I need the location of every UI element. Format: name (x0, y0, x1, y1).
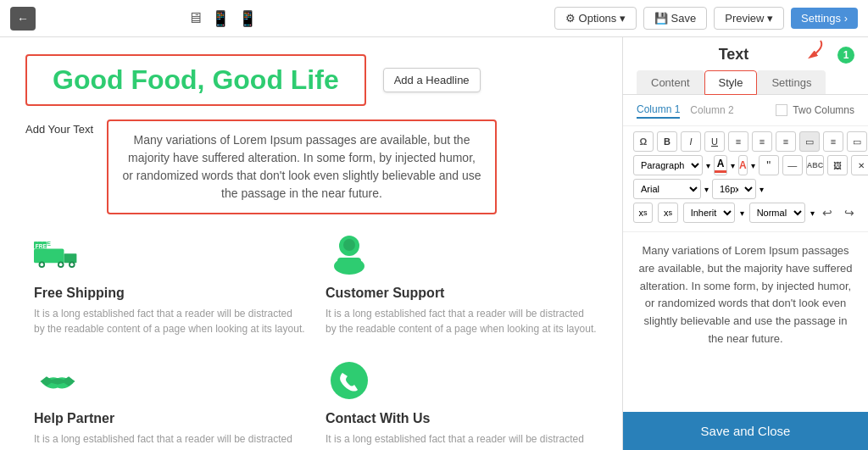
align-center-button[interactable]: ▭ (799, 131, 820, 152)
svg-point-7 (40, 263, 43, 266)
toolbar-row-2: Paragraph ▾ A ▾ A ▾ " — ABC 🖼 ✕ (633, 155, 858, 175)
svg-point-9 (59, 263, 63, 266)
editor-toolbar: Ω B I U ≡ ≡ ≡ ▭ ≡ ▭ 🔗 Paragraph ▾ A (623, 126, 868, 232)
features-grid: FREE FREE Free Shipping (25, 231, 597, 450)
canvas-area: Good Food, Good Life Add a Headline Add … (0, 37, 622, 450)
font-select[interactable]: Arial (633, 179, 701, 199)
headline-box[interactable]: Good Food, Good Life (25, 54, 366, 106)
dash-button[interactable]: — (782, 155, 803, 175)
feature-title-partner: Help Partner (34, 411, 114, 426)
feature-title-shipping: Free Shipping (34, 286, 125, 301)
add-your-text-label: Add Your Text (25, 119, 93, 136)
font-color-button[interactable]: A (714, 155, 727, 175)
column-1-tab[interactable]: Column 1 (637, 102, 680, 119)
feature-title-support: Customer Support (326, 286, 444, 301)
feature-desc-contact: It is a long established fact that a rea… (326, 431, 597, 450)
feature-customer-support: Customer Support It is a long establishe… (326, 231, 597, 336)
column-tabs: Column 1 Column 2 Two Columns (623, 95, 868, 126)
tab-style[interactable]: Style (704, 70, 758, 95)
panel-badge: 1 (837, 47, 854, 64)
align-right-button[interactable]: ≡ (823, 131, 843, 152)
tab-settings[interactable]: Settings (757, 70, 826, 94)
omega-button[interactable]: Ω (633, 131, 654, 152)
arrow-indicator (795, 39, 829, 64)
feature-desc-partner: It is a long established fact that a rea… (34, 431, 305, 450)
panel-header: Text 1 (623, 37, 868, 64)
back-button[interactable]: ← (10, 7, 36, 31)
clear-button[interactable]: ✕ (851, 155, 868, 175)
main-layout: Good Food, Good Life Add a Headline Add … (0, 37, 868, 450)
justify-button[interactable]: ▭ (847, 131, 867, 152)
phone-icon (326, 357, 373, 404)
mobile-icon[interactable]: 📱 (238, 9, 257, 28)
toolbar-row-3: Arial ▾ 16px ▾ (633, 179, 858, 199)
two-columns-label-text: Two Columns (793, 104, 854, 116)
bullet-list-button[interactable]: ≡ (728, 131, 748, 152)
truck-icon: FREE FREE (34, 231, 81, 279)
image-button[interactable]: 🖼 (827, 155, 848, 175)
text-row: Add Your Text Many variations of Lorem I… (25, 119, 597, 214)
options-button[interactable]: ⚙ Options ▾ (554, 7, 637, 30)
ordered-list-button[interactable]: ≡ (752, 131, 772, 152)
highlight-color-button[interactable]: A (738, 155, 748, 175)
top-toolbar: ← 🖥 📱 📱 ⚙ Options ▾ 💾 Save Preview ▾ Set… (0, 0, 868, 37)
body-text-box[interactable]: Many variations of Lorem Ipsum passages … (107, 119, 497, 214)
svg-rect-5 (64, 253, 76, 263)
size-select[interactable]: 16px (712, 179, 756, 199)
bold-button[interactable]: B (657, 131, 677, 152)
headline-row: Good Food, Good Life Add a Headline (25, 54, 597, 106)
preview-text: Many variations of Lorem Ipsum passages … (623, 232, 868, 412)
headline-text: Good Food, Good Life (53, 64, 339, 95)
feature-contact: Contact With Us It is a long established… (326, 357, 597, 450)
svg-rect-15 (337, 258, 361, 271)
quote-button[interactable]: " (759, 155, 779, 175)
svg-rect-4 (34, 248, 64, 263)
superscript-button[interactable]: xs (658, 203, 677, 223)
toolbar-row-4: xs xs Inherit ▾ Normal ▾ ↩ ↪ (633, 203, 858, 223)
redo-button[interactable]: ↪ (841, 203, 858, 223)
toolbar-row-1: Ω B I U ≡ ≡ ≡ ▭ ≡ ▭ 🔗 (633, 131, 858, 152)
normal-select[interactable]: Normal (749, 203, 805, 223)
save-button[interactable]: 💾 Save (643, 7, 707, 30)
preview-button[interactable]: Preview ▾ (714, 7, 784, 30)
add-headline-button[interactable]: Add a Headline (383, 68, 481, 92)
feature-desc-shipping: It is a long established fact that a rea… (34, 306, 305, 336)
desktop-icon[interactable]: 🖥 (187, 9, 203, 27)
save-close-button[interactable]: Save and Close (623, 412, 868, 450)
handshake-icon (34, 357, 81, 404)
paragraph-select[interactable]: Paragraph (633, 155, 703, 175)
feature-desc-support: It is a long established fact that a rea… (326, 306, 597, 336)
underline-button[interactable]: U (704, 131, 725, 152)
two-columns-toggle: Two Columns (776, 104, 854, 116)
tab-content[interactable]: Content (637, 70, 704, 94)
right-panel: Text 1 Content Style Settings (622, 37, 868, 450)
subscript-button[interactable]: xs (633, 203, 653, 223)
support-icon (326, 231, 373, 279)
abc-button[interactable]: ABC (806, 155, 825, 175)
svg-point-14 (343, 239, 355, 251)
settings-button[interactable]: Settings › (791, 8, 858, 29)
column-2-tab[interactable]: Column 2 (690, 103, 733, 118)
toolbar-right: ⚙ Options ▾ 💾 Save Preview ▾ Settings › (554, 7, 858, 30)
italic-button[interactable]: I (681, 131, 701, 152)
feature-free-shipping: FREE FREE Free Shipping (34, 231, 305, 336)
two-columns-checkbox[interactable] (776, 104, 787, 116)
undo-button[interactable]: ↩ (820, 203, 837, 223)
svg-point-11 (70, 263, 74, 266)
svg-text:FREE: FREE (36, 242, 51, 248)
tablet-icon[interactable]: 📱 (211, 9, 230, 28)
svg-point-16 (331, 362, 368, 399)
align-left-button[interactable]: ≡ (776, 131, 796, 152)
feature-title-contact: Contact With Us (326, 411, 430, 426)
panel-tabs: Content Style Settings (623, 64, 868, 95)
device-switcher: 🖥 📱 📱 (187, 9, 257, 28)
feature-help-partner: Help Partner It is a long established fa… (34, 357, 305, 450)
inherit-select[interactable]: Inherit (683, 203, 735, 223)
